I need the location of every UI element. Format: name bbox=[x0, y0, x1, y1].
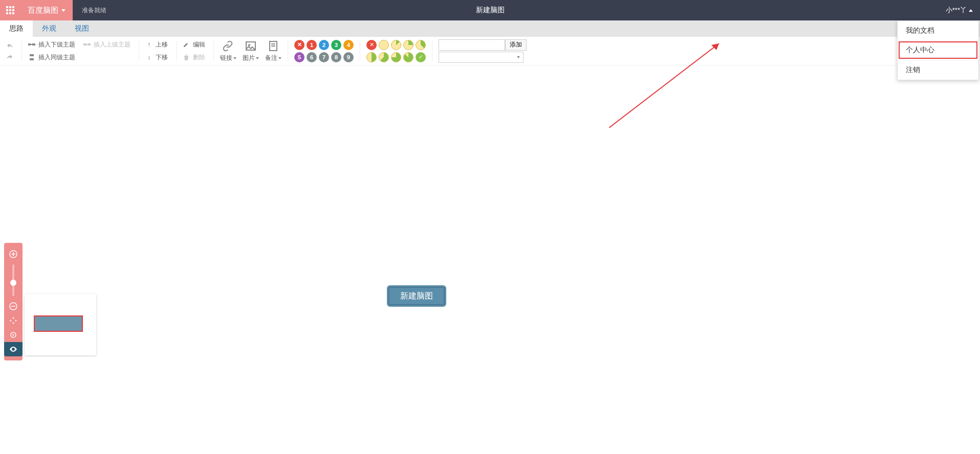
minimap-viewport[interactable] bbox=[34, 315, 83, 332]
priority-4[interactable]: 4 bbox=[343, 40, 354, 50]
tab-label: 外观 bbox=[42, 24, 56, 33]
svg-rect-15 bbox=[30, 54, 34, 56]
menu-profile[interactable]: 个人中心 bbox=[898, 40, 978, 60]
tab-row: 思路 外观 视图 bbox=[0, 20, 980, 37]
tab-appearance[interactable]: 外观 bbox=[33, 20, 66, 37]
tab-view[interactable]: 视图 bbox=[66, 20, 98, 37]
move-down-label: 下移 bbox=[156, 53, 168, 62]
brand-label: 百度脑图 bbox=[28, 6, 58, 15]
zoom-in-button[interactable] bbox=[8, 249, 18, 259]
svg-point-30 bbox=[13, 334, 14, 336]
user-label: 小***丫 bbox=[946, 6, 967, 15]
redo-icon bbox=[6, 53, 13, 60]
image-label: 图片 bbox=[243, 54, 255, 62]
caret-down-icon bbox=[517, 56, 520, 58]
tab-label: 思路 bbox=[9, 24, 24, 33]
minimap-toggle[interactable] bbox=[4, 342, 23, 356]
app-grid-button[interactable] bbox=[0, 0, 20, 20]
delete-button[interactable]: 删除 bbox=[180, 52, 208, 63]
image-button[interactable]: 图片 bbox=[243, 39, 259, 62]
insert-sibling-icon bbox=[28, 54, 35, 61]
priority-remove[interactable]: ✕ bbox=[294, 40, 304, 50]
locate-button[interactable] bbox=[8, 330, 18, 340]
progress-1[interactable] bbox=[391, 40, 401, 50]
svg-rect-14 bbox=[86, 44, 88, 45]
move-up-button[interactable]: ↑上移 bbox=[142, 39, 171, 50]
user-menu-trigger[interactable]: 小***丫 bbox=[939, 0, 980, 20]
caret-down-icon bbox=[256, 57, 259, 59]
insert-child-button[interactable]: 插入下级主题 bbox=[25, 39, 78, 50]
progress-remove[interactable]: ✕ bbox=[366, 40, 377, 50]
svg-point-18 bbox=[248, 44, 250, 46]
progress-7[interactable] bbox=[403, 52, 413, 62]
resource-add-button[interactable]: 添加 bbox=[505, 39, 527, 51]
document-title[interactable]: 新建脑图 bbox=[476, 6, 505, 15]
edit-button[interactable]: 编辑 bbox=[180, 39, 208, 50]
divider bbox=[139, 41, 139, 61]
status-text: 准备就绪 bbox=[82, 6, 106, 15]
resource-select[interactable] bbox=[439, 52, 524, 63]
svg-rect-8 bbox=[12, 12, 14, 14]
progress-0[interactable] bbox=[379, 40, 389, 50]
tab-idea[interactable]: 思路 bbox=[0, 20, 33, 37]
pan-button[interactable] bbox=[8, 315, 18, 326]
minimap[interactable] bbox=[25, 294, 96, 355]
divider bbox=[176, 41, 177, 61]
redo-button[interactable] bbox=[3, 52, 16, 61]
caret-down-icon bbox=[278, 57, 281, 59]
divider bbox=[360, 41, 360, 61]
priority-1[interactable]: 1 bbox=[307, 40, 317, 50]
svg-rect-12 bbox=[83, 43, 86, 46]
progress-group: ✕ ✓ bbox=[366, 40, 426, 62]
root-node-label: 新建脑图 bbox=[400, 291, 433, 302]
arrow-down-icon: ↓ bbox=[145, 54, 153, 61]
brand-dropdown[interactable]: 百度脑图 bbox=[20, 0, 73, 20]
zoom-thumb[interactable] bbox=[10, 280, 16, 286]
zoom-slider[interactable] bbox=[12, 264, 14, 296]
link-icon bbox=[222, 39, 235, 53]
canvas[interactable]: 新建脑图 bbox=[0, 65, 980, 454]
progress-3[interactable] bbox=[416, 40, 426, 50]
svg-rect-9 bbox=[28, 43, 31, 46]
progress-done[interactable]: ✓ bbox=[416, 52, 426, 62]
svg-rect-6 bbox=[6, 12, 8, 14]
user-dropdown: 我的文档 个人中心 注销 bbox=[897, 20, 979, 80]
priority-8[interactable]: 8 bbox=[331, 52, 341, 62]
priority-6[interactable]: 6 bbox=[307, 52, 317, 62]
divider bbox=[288, 41, 288, 61]
priority-9[interactable]: 9 bbox=[343, 52, 354, 62]
resource-input[interactable] bbox=[439, 39, 505, 51]
link-button[interactable]: 链接 bbox=[220, 39, 236, 62]
zoom-out-button[interactable] bbox=[8, 301, 18, 311]
svg-rect-13 bbox=[88, 43, 91, 46]
menu-my-docs[interactable]: 我的文档 bbox=[898, 21, 978, 40]
priority-2[interactable]: 2 bbox=[319, 40, 329, 50]
divider bbox=[213, 41, 214, 61]
insert-parent-button[interactable]: 插入上级主题 bbox=[80, 39, 134, 50]
edit-icon bbox=[183, 41, 190, 48]
svg-rect-4 bbox=[9, 9, 11, 11]
insert-sibling-label: 插入同级主题 bbox=[38, 53, 75, 62]
edit-label: 编辑 bbox=[193, 40, 205, 49]
toolbar: 插入下级主题 插入上级主题 插入同级主题 ↑上移 ↓下移 编辑 删除 链接 图片… bbox=[0, 37, 980, 65]
priority-3[interactable]: 3 bbox=[331, 40, 341, 50]
insert-sibling-button[interactable]: 插入同级主题 bbox=[25, 52, 134, 63]
priority-7[interactable]: 7 bbox=[319, 52, 329, 62]
priority-5[interactable]: 5 bbox=[294, 52, 304, 62]
root-node[interactable]: 新建脑图 bbox=[387, 285, 446, 307]
progress-2[interactable] bbox=[403, 40, 413, 50]
svg-rect-16 bbox=[30, 58, 34, 60]
insert-child-label: 插入下级主题 bbox=[38, 40, 75, 49]
svg-rect-10 bbox=[32, 43, 35, 46]
progress-5[interactable] bbox=[379, 52, 389, 62]
insert-child-icon bbox=[28, 41, 35, 48]
progress-6[interactable] bbox=[391, 52, 401, 62]
undo-button[interactable] bbox=[3, 41, 16, 50]
insert-parent-label: 插入上级主题 bbox=[94, 40, 130, 49]
move-down-button[interactable]: ↓下移 bbox=[142, 52, 171, 63]
svg-rect-1 bbox=[9, 6, 11, 8]
menu-logout[interactable]: 注销 bbox=[898, 60, 978, 80]
note-button[interactable]: 备注 bbox=[265, 39, 281, 62]
divider bbox=[21, 41, 22, 61]
progress-4[interactable] bbox=[366, 52, 377, 62]
